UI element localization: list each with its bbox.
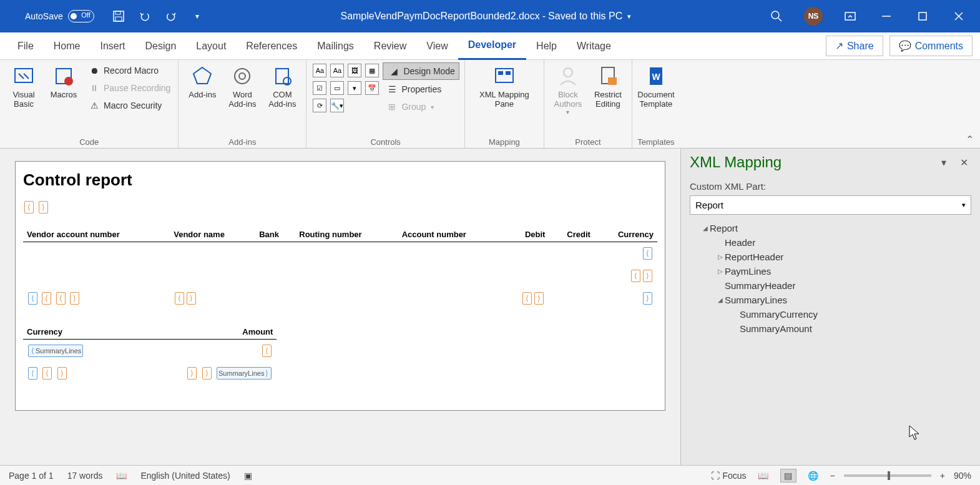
date-picker-control-icon[interactable]: 📅 bbox=[365, 81, 379, 95]
tree-collapse-icon[interactable]: ◢ bbox=[716, 296, 725, 303]
content-control-tag[interactable]: ⟨ bbox=[522, 292, 532, 305]
document-template-button[interactable]: WDocument Template bbox=[637, 62, 675, 111]
redo-icon[interactable] bbox=[164, 9, 178, 23]
tab-writage[interactable]: Writage bbox=[567, 32, 621, 60]
ribbon-display-icon[interactable] bbox=[841, 7, 859, 25]
save-icon[interactable] bbox=[112, 9, 125, 23]
tree-node-paym-lines[interactable]: ▷PaymLines bbox=[690, 264, 971, 278]
minimize-icon[interactable] bbox=[878, 7, 895, 25]
macro-security-button[interactable]: ⚠Macro Security bbox=[85, 97, 173, 114]
rich-text-content-control-icon[interactable]: Aa bbox=[313, 64, 326, 77]
read-mode-icon[interactable]: 📖 bbox=[755, 469, 772, 483]
tree-node-header[interactable]: Header bbox=[690, 235, 971, 250]
content-control-tag[interactable]: ⟨ bbox=[643, 247, 652, 260]
macro-recording-icon[interactable]: ▣ bbox=[244, 471, 252, 481]
tree-node-report[interactable]: ◢Report bbox=[690, 221, 971, 235]
spelling-icon[interactable]: 📖 bbox=[116, 471, 127, 481]
tree-expand-icon[interactable]: ▷ bbox=[716, 253, 725, 260]
dropdown-control-icon[interactable]: ▾ bbox=[348, 81, 361, 95]
building-block-control-icon[interactable]: ▦ bbox=[365, 64, 379, 77]
share-button[interactable]: ↗Share bbox=[826, 36, 883, 56]
autosave-toggle-off[interactable] bbox=[68, 10, 94, 22]
collapse-ribbon-icon[interactable]: ⌃ bbox=[959, 131, 980, 148]
tree-node-summary-header[interactable]: SummaryHeader bbox=[690, 278, 971, 293]
tree-node-summary-lines[interactable]: ◢SummaryLines bbox=[690, 293, 971, 307]
tree-collapse-icon[interactable]: ◢ bbox=[701, 225, 710, 232]
tree-node-summary-amount[interactable]: SummaryAmount bbox=[690, 321, 971, 336]
content-control-tag[interactable]: ⟩ bbox=[643, 292, 652, 305]
plain-text-content-control-icon[interactable]: Aa bbox=[330, 64, 344, 77]
focus-mode-button[interactable]: ⛶Focus bbox=[711, 471, 746, 481]
zoom-in-button[interactable]: + bbox=[940, 471, 945, 481]
autosave-control[interactable]: AutoSave bbox=[25, 10, 94, 22]
combobox-control-icon[interactable]: ▭ bbox=[330, 81, 344, 95]
restrict-editing-button[interactable]: Restrict Editing bbox=[589, 62, 627, 111]
status-language[interactable]: English (United States) bbox=[140, 471, 230, 481]
properties-button[interactable]: ☰Properties bbox=[383, 81, 459, 97]
print-layout-icon[interactable]: ▤ bbox=[780, 469, 796, 483]
web-layout-icon[interactable]: 🌐 bbox=[805, 469, 821, 483]
xml-part-select[interactable]: Report ▾ bbox=[690, 195, 971, 215]
com-addins-button[interactable]: COM Add-ins bbox=[263, 62, 301, 111]
content-control-tag[interactable]: ⟨ bbox=[28, 292, 37, 305]
pane-close-icon[interactable]: ✕ bbox=[956, 155, 971, 170]
content-control-tag[interactable]: ⟨ bbox=[262, 345, 272, 357]
tab-home[interactable]: Home bbox=[44, 32, 91, 60]
tab-layout[interactable]: Layout bbox=[186, 32, 236, 60]
content-control-tag[interactable]: ⟨ bbox=[631, 270, 640, 282]
undo-icon[interactable] bbox=[138, 9, 152, 23]
record-macro-button[interactable]: ⏺Record Macro bbox=[85, 62, 173, 79]
content-control-tag[interactable]: ⟩ bbox=[202, 367, 212, 380]
zoom-slider[interactable] bbox=[844, 474, 931, 477]
qat-customize-icon[interactable]: ▾ bbox=[190, 9, 204, 23]
tab-references[interactable]: References bbox=[236, 32, 307, 60]
content-control-tag[interactable]: ⟩ bbox=[534, 292, 544, 305]
checkbox-control-icon[interactable]: ☑ bbox=[313, 81, 326, 95]
content-control-tag[interactable]: ⟨ bbox=[42, 367, 52, 380]
user-avatar[interactable]: NS bbox=[804, 7, 823, 26]
content-control-tag[interactable]: ⟨ bbox=[56, 292, 66, 305]
tab-design[interactable]: Design bbox=[135, 32, 186, 60]
summary-lines-cc-open[interactable]: ⟨SummaryLines bbox=[28, 345, 83, 357]
content-control-tag[interactable]: ⟩ bbox=[39, 201, 48, 213]
tab-file[interactable]: File bbox=[7, 32, 44, 60]
tree-expand-icon[interactable]: ▷ bbox=[716, 268, 725, 275]
summary-lines-cc-close[interactable]: SummaryLines⟩ bbox=[217, 367, 272, 380]
search-icon[interactable] bbox=[768, 7, 785, 25]
content-control-tag[interactable]: ⟩ bbox=[643, 270, 652, 282]
pane-options-icon[interactable]: ▾ bbox=[936, 155, 951, 170]
content-control-tag[interactable]: ⟨ bbox=[175, 292, 184, 305]
close-icon[interactable] bbox=[950, 7, 968, 25]
maximize-icon[interactable] bbox=[914, 7, 931, 25]
macros-button[interactable]: Macros bbox=[45, 62, 82, 102]
repeating-section-control-icon[interactable]: ⟳ bbox=[313, 99, 326, 112]
tab-view[interactable]: View bbox=[416, 32, 458, 60]
zoom-out-button[interactable]: − bbox=[830, 471, 835, 481]
content-control-tag[interactable]: ⟩ bbox=[70, 292, 79, 305]
tab-mailings[interactable]: Mailings bbox=[307, 32, 364, 60]
tab-insert[interactable]: Insert bbox=[90, 32, 135, 60]
legacy-tools-icon[interactable]: 🔧▾ bbox=[330, 99, 344, 112]
tab-help[interactable]: Help bbox=[526, 32, 567, 60]
visual-basic-button[interactable]: Visual Basic bbox=[5, 62, 42, 111]
word-addins-button[interactable]: Word Add-ins bbox=[223, 62, 261, 111]
tree-node-report-header[interactable]: ▷ReportHeader bbox=[690, 250, 971, 264]
tree-node-summary-currency[interactable]: SummaryCurrency bbox=[690, 307, 971, 321]
content-control-tag[interactable]: ⟩ bbox=[57, 367, 67, 380]
content-control-tag[interactable]: ⟨ bbox=[24, 201, 34, 213]
addins-button[interactable]: Add-ins bbox=[184, 62, 221, 102]
document-area[interactable]: Control report ⟨ ⟩ Vendor account number… bbox=[0, 149, 680, 465]
xml-mapping-pane-button[interactable]: XML Mapping Pane bbox=[470, 62, 539, 111]
comments-button[interactable]: 💬Comments bbox=[889, 36, 973, 56]
status-words[interactable]: 17 words bbox=[67, 471, 103, 481]
content-control-tag[interactable]: ⟨ bbox=[28, 367, 37, 380]
status-page[interactable]: Page 1 of 1 bbox=[9, 471, 54, 481]
content-control-tag[interactable]: ⟩ bbox=[187, 292, 196, 305]
tab-developer[interactable]: Developer bbox=[458, 32, 526, 60]
design-mode-button[interactable]: ◢Design Mode bbox=[383, 62, 459, 80]
zoom-level[interactable]: 90% bbox=[954, 471, 971, 481]
tab-review[interactable]: Review bbox=[364, 32, 416, 60]
save-status-chevron-icon[interactable]: ▾ bbox=[627, 12, 631, 21]
picture-content-control-icon[interactable]: 🖼 bbox=[348, 64, 361, 77]
content-control-tag[interactable]: ⟨ bbox=[42, 292, 51, 305]
